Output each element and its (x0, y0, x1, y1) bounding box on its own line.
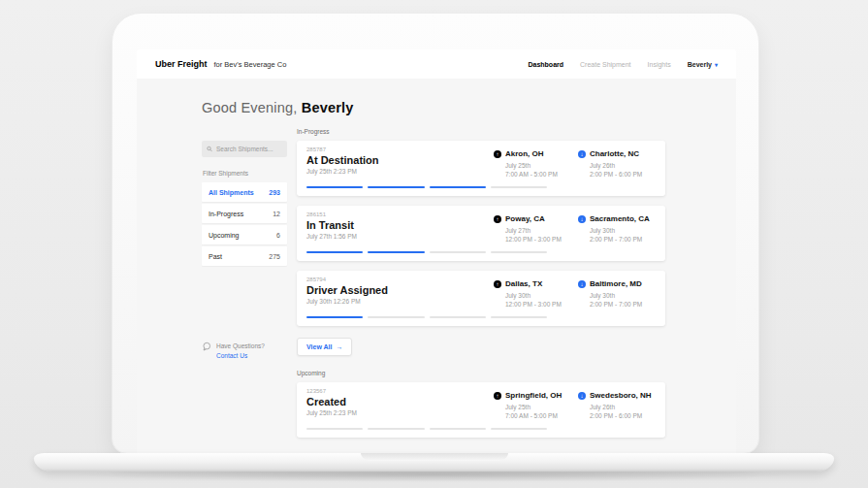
filter-count: 6 (276, 232, 280, 239)
pickup-icon: ↑ (494, 215, 501, 223)
filter-label: Upcoming (209, 232, 240, 239)
filter-label: Past (209, 253, 222, 260)
laptop-frame: Uber Freight for Bev's Beverage Co Dashb… (112, 13, 759, 454)
pickup-icon: ↑ (494, 150, 501, 158)
greeting-prefix: Good Evening, (202, 100, 298, 115)
shipment-card[interactable]: 285794 Driver Assigned July 30th 12:26 P… (297, 271, 665, 326)
origin-city: Dallas, TX (505, 279, 542, 288)
sidebar: Filter Shipments All Shipments 293 In-Pr… (202, 128, 287, 362)
origin-location: ↑ Akron, OH July 25th 7:00 AM - 5:00 PM (494, 149, 575, 178)
search-input[interactable] (216, 146, 282, 152)
user-name: Beverly (688, 61, 712, 68)
origin-window: 12:00 PM - 3:00 PM (505, 236, 575, 243)
app-screen: Uber Freight for Bev's Beverage Co Dashb… (137, 49, 736, 454)
shipment-card[interactable]: 285787 At Destination July 25th 2:23 PM … (297, 141, 665, 196)
shipment-card[interactable]: 123567 Created July 25th 2:23 PM ↑ Sprin… (297, 382, 665, 438)
destination-location: ↓ Baltimore, MD July 30th 2:00 PM - 7:00… (578, 279, 663, 308)
destination-date: July 30th (590, 227, 663, 234)
destination-city: Baltimore, MD (590, 279, 642, 288)
origin-window: 12:00 PM - 3:00 PM (505, 301, 575, 308)
nav-insights[interactable]: Insights (648, 61, 671, 68)
top-nav: Dashboard Create Shipment Insights Bever… (528, 61, 718, 68)
section-title-in-progress: In-Progress (297, 128, 665, 135)
progress-bar (306, 251, 547, 253)
origin-city: Springfield, OH (505, 391, 562, 400)
search-box[interactable] (202, 141, 287, 157)
view-all-button[interactable]: View All → (297, 338, 352, 356)
view-all-label: View All (306, 343, 332, 350)
page-title: Good Evening, Beverly (202, 100, 736, 115)
chevron-down-icon: ▾ (715, 61, 718, 68)
filter-all-shipments[interactable]: All Shipments 293 (202, 182, 287, 202)
destination-window: 2:00 PM - 7:00 PM (590, 236, 663, 243)
origin-date: July 25th (505, 404, 575, 410)
filter-in-progress[interactable]: In-Progress 12 (202, 204, 287, 223)
filter-label: In-Progress (209, 211, 243, 217)
chat-bubble-icon (202, 342, 211, 351)
arrow-right-icon: → (336, 343, 342, 350)
content-columns: Filter Shipments All Shipments 293 In-Pr… (202, 128, 736, 447)
pickup-icon: ↑ (494, 280, 501, 288)
destination-date: July 26th (590, 404, 663, 410)
destination-window: 2:00 PM - 6:00 PM (590, 171, 663, 178)
destination-location: ↓ Swedesboro, NH July 26th 2:00 PM - 6:0… (578, 391, 663, 419)
dropoff-icon: ↓ (578, 392, 586, 400)
progress-bar (306, 186, 547, 188)
filter-upcoming[interactable]: Upcoming 6 (202, 225, 287, 244)
origin-city: Akron, OH (505, 149, 544, 158)
origin-window: 7:00 AM - 5:00 PM (505, 171, 575, 178)
greeting-name: Beverly (302, 100, 354, 115)
contact-us-link[interactable]: Contact Us (216, 351, 265, 361)
pickup-icon: ↑ (494, 392, 501, 400)
destination-city: Sacramento, CA (590, 214, 650, 223)
destination-window: 2:00 PM - 6:00 PM (590, 412, 663, 419)
origin-date: July 30th (505, 292, 575, 299)
shipment-card[interactable]: 286151 In Transit July 27th 1:56 PM ↑ Po… (297, 206, 665, 261)
destination-window: 2:00 PM - 7:00 PM (590, 301, 663, 308)
destination-location: ↓ Sacramento, CA July 30th 2:00 PM - 7:0… (578, 214, 663, 243)
help-block: Have Questions? Contact Us (202, 342, 287, 362)
search-icon (207, 146, 212, 152)
filter-count: 12 (273, 211, 280, 217)
filter-past[interactable]: Past 275 (202, 246, 287, 266)
brand-name: Uber Freight (155, 59, 208, 69)
filter-count: 275 (269, 253, 280, 260)
destination-location: ↓ Charlotte, NC July 26th 2:00 PM - 6:00… (578, 149, 663, 178)
origin-date: July 27th (505, 227, 575, 234)
shipments-main: In-Progress 285787 At Destination July 2… (297, 128, 665, 447)
origin-location: ↑ Poway, CA July 27th 12:00 PM - 3:00 PM (494, 214, 575, 243)
origin-city: Poway, CA (505, 214, 545, 223)
laptop-base-notch (361, 453, 508, 461)
filter-count: 293 (269, 189, 280, 196)
destination-date: July 30th (590, 292, 663, 299)
section-title-upcoming: Upcoming (297, 370, 665, 376)
filter-shipments-label: Filter Shipments (203, 170, 287, 177)
progress-bar (306, 316, 547, 318)
laptop-base (34, 453, 834, 472)
destination-date: July 26th (590, 162, 663, 169)
nav-dashboard[interactable]: Dashboard (528, 61, 563, 68)
origin-date: July 25th (505, 162, 575, 169)
progress-bar (306, 428, 547, 430)
user-menu[interactable]: Beverly ▾ (688, 61, 718, 68)
origin-location: ↑ Springfield, OH July 25th 7:00 AM - 5:… (494, 391, 575, 419)
dropoff-icon: ↓ (578, 280, 586, 288)
dropoff-icon: ↓ (578, 150, 586, 158)
filter-label: All Shipments (209, 189, 254, 196)
app-header: Uber Freight for Bev's Beverage Co Dashb… (137, 49, 736, 79)
destination-city: Swedesboro, NH (590, 391, 652, 400)
brand-logo: Uber Freight for Bev's Beverage Co (155, 59, 286, 69)
nav-create-shipment[interactable]: Create Shipment (580, 61, 631, 68)
dropoff-icon: ↓ (578, 215, 586, 223)
origin-location: ↑ Dallas, TX July 30th 12:00 PM - 3:00 P… (494, 279, 575, 308)
brand-company: for Bev's Beverage Co (214, 60, 287, 69)
destination-city: Charlotte, NC (590, 149, 639, 158)
origin-window: 7:00 AM - 5:00 PM (505, 412, 575, 419)
help-question: Have Questions? (216, 342, 265, 351)
